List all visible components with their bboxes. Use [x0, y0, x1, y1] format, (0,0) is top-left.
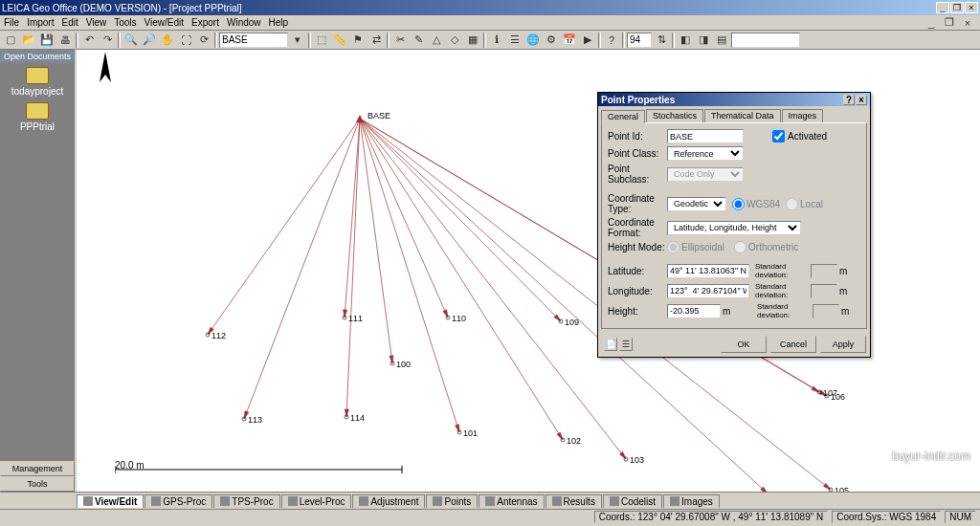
restore-button[interactable]: ❐	[950, 2, 964, 13]
svg-text:112: 112	[212, 331, 226, 340]
dlg-report-icon[interactable]: 📄	[604, 338, 617, 351]
input-pointid[interactable]	[667, 129, 744, 143]
info-icon[interactable]: ℹ	[488, 32, 505, 49]
undo-icon[interactable]: ↶	[80, 32, 98, 49]
input-lon[interactable]	[667, 284, 749, 298]
dialog-close-button[interactable]: ×	[856, 95, 867, 105]
print-icon[interactable]: 🖶	[56, 32, 74, 49]
gps-icon	[151, 496, 161, 506]
tab-codelist[interactable]: Codelist	[603, 494, 662, 508]
menu-tools[interactable]: Tools	[114, 17, 136, 28]
lbl-ortho: Orthometric	[748, 242, 798, 252]
grid-icon[interactable]: ▦	[464, 32, 481, 49]
dlg-tab-thematical[interactable]: Thematical Data	[704, 109, 781, 122]
dialog-titlebar[interactable]: Point Properties ? ×	[598, 93, 870, 106]
sidebar-management[interactable]: Management	[0, 461, 75, 476]
sel-class[interactable]: Reference	[667, 146, 744, 161]
point-properties-dialog: Point Properties ? × General Stochastics…	[597, 92, 871, 358]
lbl-pointid: Point Id:	[608, 131, 667, 142]
menu-window[interactable]: Window	[227, 17, 261, 28]
updown-icon[interactable]: ⇅	[653, 32, 670, 49]
redo-icon[interactable]: ↷	[99, 32, 116, 49]
point-combo[interactable]	[219, 33, 288, 48]
menu-view[interactable]: View	[86, 17, 107, 28]
dlg-tab-images[interactable]: Images	[782, 109, 824, 122]
play-icon[interactable]: ▶	[579, 32, 596, 49]
menu-export[interactable]: Export	[191, 17, 219, 28]
lbl-hmode: Height Mode:	[608, 242, 667, 252]
sel-cfmt[interactable]: Latitude, Longitude, Height	[667, 221, 801, 235]
menu-file[interactable]: File	[4, 17, 19, 28]
minimize-button[interactable]: _	[936, 2, 949, 13]
calendar-icon[interactable]: 📅	[561, 32, 578, 49]
tab-results[interactable]: Results	[546, 494, 602, 508]
status-coords: Coords.: 123° 04' 29.67008" W , 49° 11' …	[594, 511, 829, 523]
tab-points[interactable]: Points	[426, 494, 478, 508]
tab-adjustment[interactable]: Adjustment	[352, 494, 425, 508]
radio-wgs[interactable]	[732, 198, 745, 210]
input-hgt[interactable]	[667, 304, 721, 318]
dlg-list-icon[interactable]: ☰	[619, 338, 633, 351]
flag-icon[interactable]: ⚑	[349, 32, 367, 49]
combo2[interactable]	[731, 33, 800, 48]
svg-marker-56	[100, 52, 111, 82]
measure-icon[interactable]: 📏	[331, 32, 348, 49]
sidebar-project-todayproject[interactable]: todayproject	[11, 67, 63, 97]
tab-images[interactable]: Images	[663, 494, 720, 508]
menu-viewedit[interactable]: View/Edit	[145, 17, 185, 28]
dropdown-icon[interactable]: ▾	[289, 32, 306, 49]
sel-ctype[interactable]: Geodetic	[667, 197, 726, 211]
node-icon[interactable]: ◇	[446, 32, 463, 49]
dlg-tab-stochastics[interactable]: Stochastics	[646, 109, 703, 122]
tab-tpsproc[interactable]: TPS-Proc	[213, 494, 279, 508]
svg-text:105: 105	[835, 486, 849, 492]
tri-icon[interactable]: △	[428, 32, 445, 49]
code-icon	[610, 496, 619, 506]
cancel-button[interactable]: Cancel	[770, 336, 816, 353]
tab-viewedit[interactable]: View/Edit	[77, 494, 144, 508]
layers-icon[interactable]: ☰	[506, 32, 523, 49]
t3-icon[interactable]: ▤	[713, 32, 730, 49]
antenna-icon	[485, 496, 495, 506]
help-icon[interactable]: ?	[603, 32, 620, 49]
save-icon[interactable]: 💾	[38, 32, 56, 49]
sidebar-tools[interactable]: Tools	[0, 476, 75, 492]
open-icon[interactable]: 📂	[20, 32, 37, 49]
link-icon[interactable]: ⇄	[368, 32, 385, 49]
sidebar-project-ppptrial[interactable]: PPPtrial	[20, 102, 55, 132]
new-icon[interactable]: ▢	[2, 32, 19, 49]
tab-gpsproc[interactable]: GPS-Proc	[145, 494, 212, 508]
chk-activated[interactable]	[772, 130, 785, 142]
edit-icon[interactable]: ✎	[410, 32, 427, 49]
zoomin-icon[interactable]: 🔍	[122, 32, 140, 49]
ok-button[interactable]: OK	[721, 336, 767, 353]
dlg-tab-general[interactable]: General	[601, 110, 645, 123]
child-restore-button[interactable]: ❐	[941, 14, 958, 32]
tab-antennas[interactable]: Antennas	[479, 494, 544, 508]
menu-import[interactable]: Import	[27, 17, 54, 28]
child-close-button[interactable]: ×	[959, 14, 976, 32]
svg-line-6	[244, 119, 360, 419]
settings-icon[interactable]: ⚙	[543, 32, 560, 49]
t1-icon[interactable]: ◧	[677, 32, 694, 49]
globe-icon[interactable]: 🌐	[524, 32, 542, 49]
svg-text:114: 114	[350, 413, 365, 423]
tab-levelproc[interactable]: Level-Proc	[281, 494, 352, 508]
child-minimize-button[interactable]: _	[923, 14, 940, 32]
input-lat[interactable]	[667, 264, 749, 278]
refresh-icon[interactable]: ⟳	[195, 32, 212, 49]
zoomfit-icon[interactable]: ⛶	[177, 32, 194, 49]
select-icon[interactable]: ⬚	[313, 32, 330, 49]
folder-icon	[26, 67, 49, 84]
dialog-help-button[interactable]: ?	[843, 95, 855, 105]
cut-icon[interactable]: ✂	[391, 32, 409, 49]
menu-edit[interactable]: Edit	[61, 17, 78, 28]
scale-value[interactable]	[627, 33, 652, 48]
pan-icon[interactable]: ✋	[159, 32, 176, 49]
menu-help[interactable]: Help	[269, 17, 289, 28]
zoomout-icon[interactable]: 🔎	[141, 32, 158, 49]
t2-icon[interactable]: ◨	[695, 32, 712, 49]
close-button[interactable]: ×	[965, 2, 978, 13]
svg-marker-11	[390, 356, 393, 363]
apply-button[interactable]: Apply	[820, 336, 866, 353]
